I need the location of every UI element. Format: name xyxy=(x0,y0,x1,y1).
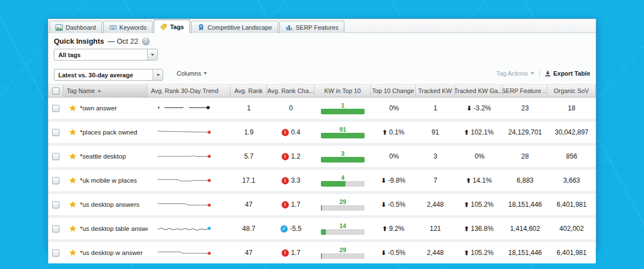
desktop-background: { "tabs": [ { "label": "Dashboard", "act… xyxy=(0,0,644,269)
comparison-select[interactable]: Latest vs. 30-day average xyxy=(54,69,163,81)
chevron-down-icon[interactable] xyxy=(147,49,157,60)
top10-change-value: -0.5% xyxy=(388,249,405,257)
table-row[interactable]: ★*uk mobile w places 17.1 !3.3 4 ⬇-9.8% … xyxy=(48,170,596,191)
column-header-organic-sov[interactable]: Organic SoV xyxy=(548,85,596,97)
dashboard-icon xyxy=(56,24,63,31)
table-row[interactable]: ★*us desktop w answer 47 !1.7 29 ⬇-0.5% … xyxy=(48,242,596,263)
favorite-star-icon[interactable]: ★ xyxy=(69,103,76,113)
table-row[interactable]: ★*places pack owned 1.9 !0.4 91 ⬆0.1% 91… xyxy=(48,122,596,143)
serp-features-value: 24,129,701 xyxy=(503,128,548,136)
table-row[interactable]: ★*own answer 1 0 1 0% 1 ⬇-3.2% 23 18 xyxy=(48,98,596,119)
kw-top10-bar xyxy=(321,205,365,211)
table-header-row: Tag Name Avg. Rank 30-Day Trend Avg. Ran… xyxy=(48,85,596,98)
column-header-avg-rank[interactable]: Avg. Rank xyxy=(231,85,267,97)
keywords-icon xyxy=(109,24,117,31)
tracked-kw-value: 1 xyxy=(416,104,455,112)
page-title: Quick Insights xyxy=(54,37,104,45)
column-header-tracked-kw-gain[interactable]: Tracked KW Ga... xyxy=(455,85,503,97)
chevron-down-icon[interactable] xyxy=(153,69,163,80)
table-row[interactable]: ★*us desktop table answers 48.7 ✓-5.5 14… xyxy=(48,218,596,239)
row-checkbox[interactable] xyxy=(52,249,59,257)
tracked-kw-gain-cell: ⬆14.1% xyxy=(455,177,503,184)
export-table-button[interactable]: Export Table xyxy=(545,70,590,77)
tab-serp-features[interactable]: SERP Features xyxy=(279,21,344,33)
avg-rank-value: 47 xyxy=(231,249,267,257)
serp-features-value: 6,883 xyxy=(503,177,548,184)
trend-arrow-icon: ⬆ xyxy=(464,201,469,208)
column-header-tracked-kw[interactable]: Tracked KW xyxy=(416,85,455,97)
table-toolbar: Latest vs. 30-day average Columns Tag Ac… xyxy=(48,63,596,85)
tab-keywords[interactable]: Keywords xyxy=(103,21,153,33)
tag-filter-select[interactable]: All tags xyxy=(54,49,158,61)
tag-name: *us desktop answers xyxy=(80,201,139,208)
columns-button[interactable]: Columns xyxy=(177,70,207,77)
kw-top10-value: 29 xyxy=(321,198,365,205)
kw-top10-cell: 4 xyxy=(315,174,371,187)
rank-change-badge-icon: ! xyxy=(282,177,289,184)
tab-tags[interactable]: Tags xyxy=(154,20,190,33)
quick-insights-panel: Dashboard Keywords Tags Competitive Land… xyxy=(48,18,596,249)
tracked-kw-gain-cell: ⬆105.2% xyxy=(455,201,503,208)
avg-rank-change-cell: 0 xyxy=(267,104,315,112)
organic-sov-value: 3,663 xyxy=(548,177,596,184)
row-checkbox[interactable] xyxy=(52,129,59,136)
kw-top10-cell: 1 xyxy=(315,102,371,114)
avg-rank-value: 5.7 xyxy=(231,152,267,160)
kw-top10-bar-fill xyxy=(321,157,365,163)
tracked-kw-value: 91 xyxy=(416,128,455,136)
avg-rank-change-cell: !1.7 xyxy=(267,201,315,208)
favorite-star-icon[interactable]: ★ xyxy=(69,127,76,137)
rank-change-badge-icon: ✓ xyxy=(280,225,288,233)
organic-sov-value: 30,042,897 xyxy=(548,128,596,136)
help-icon[interactable]: ? xyxy=(142,38,150,45)
tab-dashboard[interactable]: Dashboard xyxy=(49,21,102,33)
row-checkbox[interactable] xyxy=(52,153,59,160)
column-header-serp-features[interactable]: SERP Feature ... xyxy=(503,85,548,97)
row-checkbox[interactable] xyxy=(52,177,59,184)
row-checkbox[interactable] xyxy=(52,105,59,112)
avg-rank-change-value: -5.5 xyxy=(290,225,302,233)
tab-label: SERP Features xyxy=(296,24,338,31)
tracked-kw-gain-cell: ⬇-3.2% xyxy=(455,104,503,112)
trend-arrow-icon: ⬆ xyxy=(464,129,469,136)
column-header-kw-top10[interactable]: KW in Top 10 xyxy=(315,85,371,97)
table-row[interactable]: ★*seattle desktop 5.7 !1.2 3 0% 3 0% 28 … xyxy=(48,146,596,167)
tracked-kw-value: 2,448 xyxy=(416,201,455,208)
tag-name: *us desktop w answer xyxy=(80,249,142,256)
tag-name: *uk mobile w places xyxy=(80,177,137,184)
tracked-kw-gain-value: 0% xyxy=(475,152,484,160)
top10-change-value: -9.8% xyxy=(388,177,405,184)
select-all-checkbox[interactable] xyxy=(52,87,59,95)
sort-asc-icon xyxy=(98,90,101,92)
tag-name: *places pack owned xyxy=(80,129,137,136)
trend-arrow-icon: ⬇ xyxy=(381,177,386,184)
favorite-star-icon[interactable]: ★ xyxy=(69,248,76,258)
favorite-star-icon[interactable]: ★ xyxy=(69,224,76,234)
row-checkbox[interactable] xyxy=(52,201,59,208)
avg-rank-change-value: 1.2 xyxy=(291,152,301,160)
organic-sov-value: 856 xyxy=(548,152,596,160)
favorite-star-icon[interactable]: ★ xyxy=(69,175,76,185)
table-row[interactable]: ★*us desktop answers 47 !1.7 29 ⬇-0.5% 2… xyxy=(48,194,596,215)
export-label: Export Table xyxy=(553,70,590,77)
tab-label: Keywords xyxy=(119,24,146,31)
tab-competitive-landscape[interactable]: Competitive Landscape xyxy=(191,21,278,33)
serp-features-value: 28 xyxy=(503,152,548,160)
column-header-top10-change[interactable]: Top 10 Change xyxy=(371,85,416,97)
award-ribbon-icon xyxy=(197,24,205,31)
column-header-trend[interactable]: Avg. Rank 30-Day Trend xyxy=(148,85,231,97)
trend-arrow-icon: ⬆ xyxy=(382,225,387,233)
favorite-star-icon[interactable]: ★ xyxy=(69,151,76,161)
kw-top10-value: 1 xyxy=(321,102,365,109)
favorite-star-icon[interactable]: ★ xyxy=(69,200,76,210)
bar-chart-icon xyxy=(286,24,293,31)
tracked-kw-gain-value: -3.2% xyxy=(473,104,491,112)
tab-label: Tags xyxy=(170,24,184,30)
row-checkbox[interactable] xyxy=(52,225,59,233)
column-header-tag-name[interactable]: Tag Name xyxy=(63,85,148,97)
organic-sov-value: 6,401,981 xyxy=(548,249,596,257)
column-header-avg-rank-change[interactable]: Avg. Rank Cha... xyxy=(267,85,315,97)
top10-change-value: 9.2% xyxy=(389,225,404,233)
kw-top10-bar xyxy=(321,253,365,259)
tag-actions-button[interactable]: Tag Actions xyxy=(496,70,534,77)
